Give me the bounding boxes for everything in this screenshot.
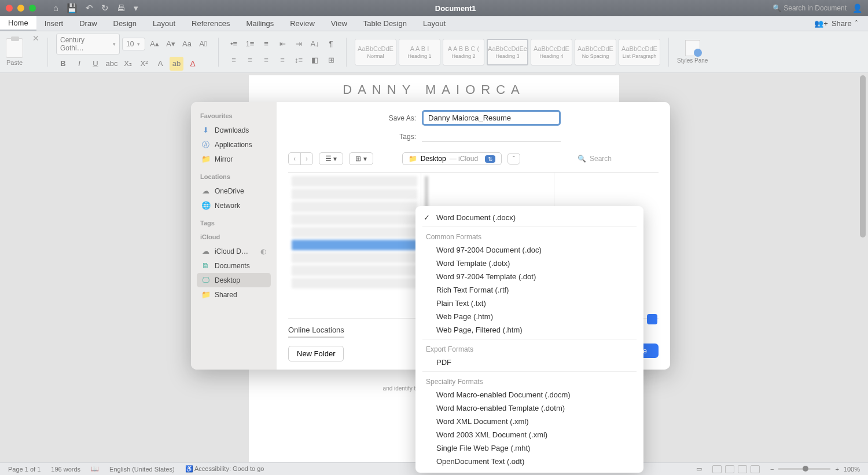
search-document[interactable]: 🔍 Search in Document bbox=[773, 4, 847, 12]
sidebar-item-downloads[interactable]: ⬇Downloads bbox=[197, 123, 271, 137]
format-option-xml2003[interactable]: Word 2003 XML Document (.xml) bbox=[415, 428, 643, 441]
format-option-xml[interactable]: Word XML Document (.xml) bbox=[415, 415, 643, 428]
italic-button[interactable]: I bbox=[72, 57, 86, 71]
align-left-icon[interactable]: ≡ bbox=[227, 53, 241, 67]
format-option-txt[interactable]: Plain Text (.txt) bbox=[415, 297, 643, 310]
redo-icon[interactable]: ↻ bbox=[101, 3, 109, 13]
sidebar-item-shared[interactable]: 📁Shared bbox=[197, 287, 271, 302]
chevron-up-icon[interactable]: ˆ bbox=[855, 19, 858, 28]
underline-button[interactable]: U bbox=[89, 57, 102, 71]
justify-icon[interactable]: ≡ bbox=[275, 53, 289, 67]
increase-font-icon[interactable]: A▴ bbox=[148, 37, 161, 51]
numbering-icon[interactable]: 1≡ bbox=[243, 37, 257, 51]
sidebar-item-desktop[interactable]: 🖵Desktop bbox=[197, 273, 271, 287]
cut-icon[interactable]: ✕ bbox=[32, 34, 39, 43]
format-option-htm[interactable]: Web Page (.htm) bbox=[415, 310, 643, 323]
format-option-pdf[interactable]: PDF bbox=[415, 356, 643, 369]
paragraph-marks-icon[interactable]: ¶ bbox=[324, 37, 338, 51]
style-heading2[interactable]: A A B B C (Heading 2 bbox=[443, 39, 484, 65]
web-layout-icon[interactable] bbox=[725, 465, 734, 473]
subscript-button[interactable]: X₂ bbox=[121, 57, 135, 71]
multilevel-icon[interactable]: ≡ bbox=[259, 37, 273, 51]
back-button[interactable]: ‹ bbox=[289, 153, 301, 165]
tab-design[interactable]: Design bbox=[105, 16, 145, 31]
close-window[interactable] bbox=[6, 5, 13, 12]
tab-draw[interactable]: Draw bbox=[71, 16, 105, 31]
maximize-window[interactable] bbox=[29, 5, 36, 12]
style-heading4[interactable]: AaBbCcDdEHeading 4 bbox=[531, 39, 572, 65]
format-option-doc[interactable]: Word 97-2004 Document (.doc) bbox=[415, 243, 643, 257]
more-icon[interactable]: ▾ bbox=[134, 3, 138, 13]
sidebar-item-documents[interactable]: 🗎Documents bbox=[197, 258, 271, 273]
tab-layout2[interactable]: Layout bbox=[415, 16, 454, 31]
font-color-icon[interactable]: A bbox=[186, 57, 200, 71]
sidebar-item-onedrive[interactable]: ☁OneDrive bbox=[197, 184, 271, 198]
bullets-icon[interactable]: •≡ bbox=[227, 37, 241, 51]
user-icon[interactable]: 👤 bbox=[852, 3, 862, 13]
decrease-font-icon[interactable]: A▾ bbox=[164, 37, 178, 51]
print-layout-icon[interactable] bbox=[712, 465, 722, 473]
view-columns-button[interactable]: ☰ ▾ bbox=[319, 152, 343, 165]
vertical-scrollbar[interactable] bbox=[860, 75, 866, 237]
accessibility-indicator[interactable]: ♿ Accessibility: Good to go bbox=[185, 465, 264, 473]
sidebar-item-network[interactable]: 🌐Network bbox=[197, 198, 271, 213]
view-grid-button[interactable]: ⊞ ▾ bbox=[349, 152, 373, 165]
font-size-select[interactable]: 10 bbox=[122, 38, 145, 50]
forward-button[interactable]: › bbox=[301, 153, 312, 165]
new-folder-button[interactable]: New Folder bbox=[288, 346, 344, 361]
tab-mailings[interactable]: Mailings bbox=[238, 16, 282, 31]
sidebar-item-mirror[interactable]: 📁Mirror bbox=[197, 152, 271, 166]
outline-icon[interactable] bbox=[738, 465, 747, 473]
tab-view[interactable]: View bbox=[323, 16, 355, 31]
tab-references[interactable]: References bbox=[183, 16, 238, 31]
undo-icon[interactable]: ↶ bbox=[86, 3, 93, 13]
tab-review[interactable]: Review bbox=[282, 16, 323, 31]
tab-table-design[interactable]: Table Design bbox=[355, 16, 415, 31]
bold-button[interactable]: B bbox=[56, 57, 70, 71]
minimize-window[interactable] bbox=[17, 5, 24, 12]
align-center-icon[interactable]: ≡ bbox=[243, 53, 257, 67]
style-normal[interactable]: AaBbCcDdENormal bbox=[355, 39, 396, 65]
style-list-paragraph[interactable]: AaBbCcDdEList Paragraph bbox=[619, 39, 660, 65]
borders-icon[interactable]: ⊞ bbox=[324, 53, 338, 67]
browser-column-1[interactable] bbox=[288, 173, 421, 318]
page-indicator[interactable]: Page 1 of 1 bbox=[8, 466, 41, 473]
zoom-level[interactable]: 100% bbox=[844, 466, 860, 473]
zoom-slider[interactable] bbox=[778, 468, 830, 470]
font-name-select[interactable]: Century Gothi… bbox=[56, 34, 120, 54]
shading-icon[interactable]: ◧ bbox=[308, 53, 322, 67]
format-option-dotm[interactable]: Word Macro-enabled Template (.dotm) bbox=[415, 401, 643, 415]
tags-input[interactable] bbox=[422, 131, 561, 142]
share-button[interactable]: 👥+ Share ˆ bbox=[804, 16, 868, 31]
word-count[interactable]: 196 words bbox=[51, 466, 80, 473]
sort-icon[interactable]: A↓ bbox=[308, 37, 322, 51]
zoom-out-button[interactable]: − bbox=[770, 466, 774, 473]
draft-icon[interactable] bbox=[751, 465, 760, 473]
sidebar-item-icloud-drive[interactable]: ☁iCloud D…◐ bbox=[197, 244, 271, 258]
format-option-mht[interactable]: Single File Web Page (.mht) bbox=[415, 441, 643, 455]
filename-input[interactable] bbox=[422, 110, 561, 126]
save-icon[interactable]: 💾 bbox=[67, 3, 78, 13]
align-right-icon[interactable]: ≡ bbox=[259, 53, 273, 67]
style-heading1[interactable]: A A B IHeading 1 bbox=[399, 39, 440, 65]
collapse-button[interactable]: ˆ bbox=[507, 153, 520, 165]
online-locations-button[interactable]: Online Locations bbox=[288, 326, 344, 338]
style-no-spacing[interactable]: AaBbCcDdENo Spacing bbox=[575, 39, 616, 65]
styles-pane-button[interactable]: Styles Pane bbox=[677, 40, 708, 64]
tab-layout[interactable]: Layout bbox=[145, 16, 183, 31]
sidebar-item-applications[interactable]: ⒶApplications bbox=[197, 137, 271, 152]
tab-insert[interactable]: Insert bbox=[36, 16, 72, 31]
format-option-docm[interactable]: Word Macro-enabled Document (.docm) bbox=[415, 388, 643, 401]
highlight-icon[interactable]: ab bbox=[170, 57, 183, 71]
strike-button[interactable]: abc bbox=[105, 57, 119, 71]
format-option-docx[interactable]: Word Document (.docx) bbox=[415, 211, 643, 224]
spellcheck-icon[interactable]: 📖 bbox=[91, 465, 99, 473]
format-option-rtf[interactable]: Rich Text Format (.rtf) bbox=[415, 283, 643, 297]
format-option-dot[interactable]: Word 97-2004 Template (.dot) bbox=[415, 270, 643, 283]
language-indicator[interactable]: English (United States) bbox=[109, 466, 175, 473]
clear-format-icon[interactable]: A⃠ bbox=[196, 37, 210, 51]
text-effects-icon[interactable]: A bbox=[153, 57, 167, 71]
decrease-indent-icon[interactable]: ⇤ bbox=[275, 37, 289, 51]
home-icon[interactable]: ⌂ bbox=[53, 3, 58, 13]
superscript-button[interactable]: X² bbox=[137, 57, 151, 71]
